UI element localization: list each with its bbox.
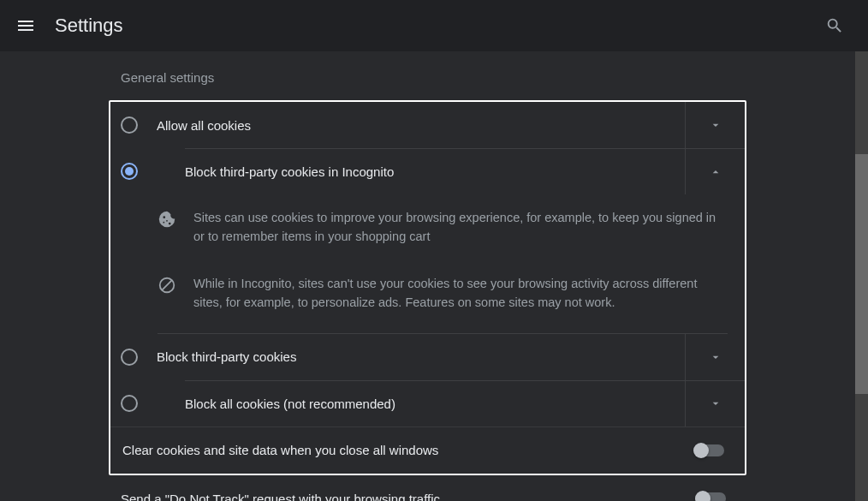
description-text: Sites can use cookies to improve your br…: [193, 208, 728, 247]
option-block-third-party[interactable]: Block third-party cookies: [110, 334, 745, 380]
settings-panel: General settings Allow all cookies Block…: [109, 51, 746, 501]
content-area: General settings Allow all cookies Block…: [0, 51, 855, 501]
cookies-option-group: Allow all cookies Block third-party cook…: [109, 100, 746, 475]
chevron-down-icon: [709, 118, 722, 132]
toggle-label: Send a "Do Not Track" request with your …: [121, 492, 697, 501]
chevron-down-icon: [709, 397, 722, 410]
expand-button[interactable]: [685, 381, 745, 426]
page-title: Settings: [55, 15, 123, 37]
description-row: Sites can use cookies to improve your br…: [158, 194, 728, 260]
toggle-do-not-track[interactable]: Send a "Do Not Track" request with your …: [109, 475, 746, 501]
search-icon[interactable]: [825, 16, 844, 35]
toggle-switch[interactable]: [695, 444, 724, 456]
description-row: While in Incognito, sites can't use your…: [158, 260, 728, 326]
radio-icon: [121, 349, 138, 366]
expand-button[interactable]: [685, 102, 745, 148]
expand-button[interactable]: [685, 334, 745, 380]
option-label: Allow all cookies: [157, 118, 685, 133]
app-header: Settings: [0, 0, 868, 51]
collapse-button[interactable]: [685, 149, 745, 194]
toggle-switch[interactable]: [697, 492, 726, 501]
scrollbar[interactable]: [855, 51, 868, 501]
option-label: Block third-party cookies in Incognito: [185, 164, 685, 179]
toggle-clear-on-close[interactable]: Clear cookies and site data when you clo…: [110, 426, 745, 474]
description-text: While in Incognito, sites can't use your…: [193, 274, 728, 313]
option-description-block: Sites can use cookies to improve your br…: [110, 194, 745, 334]
scrollbar-thumb[interactable]: [855, 154, 868, 394]
menu-icon[interactable]: [15, 15, 36, 36]
option-label: Block third-party cookies: [157, 349, 685, 364]
section-title: General settings: [109, 51, 746, 100]
radio-icon: [121, 116, 138, 134]
block-icon: [158, 276, 176, 295]
chevron-up-icon: [709, 165, 722, 179]
option-label: Block all cookies (not recommended): [185, 397, 685, 411]
radio-icon: [121, 395, 138, 412]
cookie-icon: [158, 210, 176, 229]
toggle-label: Clear cookies and site data when you clo…: [122, 443, 695, 457]
option-block-third-party-incognito[interactable]: Block third-party cookies in Incognito: [110, 148, 745, 194]
option-block-all-cookies[interactable]: Block all cookies (not recommended): [110, 380, 745, 426]
radio-icon-selected: [121, 163, 138, 180]
option-allow-all-cookies[interactable]: Allow all cookies: [110, 102, 745, 148]
chevron-down-icon: [709, 350, 722, 364]
